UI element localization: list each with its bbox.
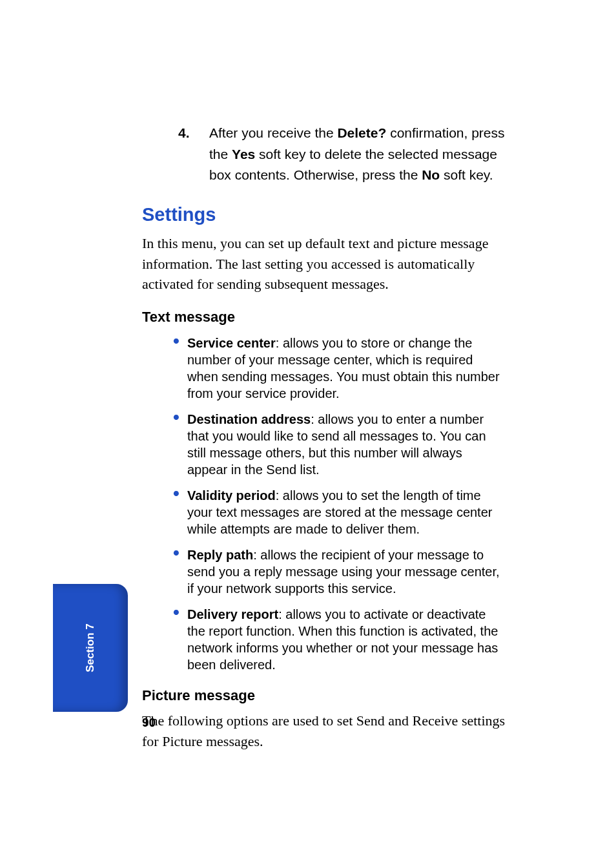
page-number: 90: [142, 716, 156, 730]
step-text: soft key.: [440, 167, 493, 182]
bullet-icon: •: [173, 546, 187, 597]
bullet-icon: •: [173, 606, 187, 673]
bullet-term: Validity period: [187, 488, 276, 503]
bullet-item: • Validity period: allows you to set the…: [173, 487, 507, 537]
text-message-bullets: • Service center: allows you to store or…: [142, 335, 507, 673]
bullet-item: • Reply path: allows the recipient of yo…: [173, 546, 507, 597]
manual-page: 4. After you receive the Delete? confirm…: [0, 0, 616, 852]
section-tab: Section 7: [53, 584, 128, 712]
bullet-body: Service center: allows you to store or c…: [187, 335, 507, 402]
step-bold-delete: Delete?: [337, 125, 386, 140]
text-message-subheading: Text message: [142, 309, 507, 326]
bullet-body: Destination address: allows you to enter…: [187, 411, 507, 478]
step-bold-yes: Yes: [232, 147, 255, 161]
bullet-body: Delivery report: allows you to activate …: [187, 606, 507, 673]
picture-message-intro: The following options are used to set Se…: [142, 711, 507, 752]
step-bold-no: No: [422, 167, 440, 182]
numbered-step-4: 4. After you receive the Delete? confirm…: [142, 123, 507, 186]
bullet-icon: •: [173, 335, 187, 402]
settings-intro: In this menu, you can set up default tex…: [142, 233, 507, 295]
section-tab-label: Section 7: [84, 623, 97, 672]
bullet-term: Service center: [187, 336, 276, 350]
bullet-term: Delivery report: [187, 607, 278, 621]
bullet-body: Reply path: allows the recipient of your…: [187, 546, 507, 597]
bullet-item: • Destination address: allows you to ent…: [173, 411, 507, 478]
step-body: After you receive the Delete? confirmati…: [199, 123, 507, 186]
bullet-item: • Service center: allows you to store or…: [173, 335, 507, 402]
bullet-body: Validity period: allows you to set the l…: [187, 487, 507, 537]
bullet-term: Reply path: [187, 548, 253, 562]
picture-message-subheading: Picture message: [142, 687, 507, 704]
bullet-icon: •: [173, 487, 187, 537]
bullet-icon: •: [173, 411, 187, 478]
step-text: After you receive the: [209, 125, 337, 140]
bullet-term: Destination address: [187, 412, 311, 426]
step-number: 4.: [142, 123, 199, 186]
settings-heading: Settings: [142, 204, 507, 225]
content-column: 4. After you receive the Delete? confirm…: [142, 123, 507, 766]
bullet-item: • Delivery report: allows you to activat…: [173, 606, 507, 673]
